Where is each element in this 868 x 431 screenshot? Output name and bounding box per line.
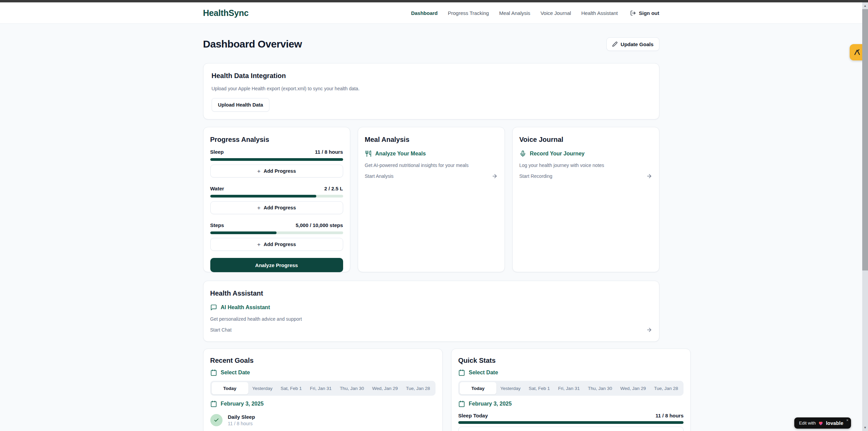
health-data-integration-card: Health Data Integration Upload your Appl… xyxy=(203,63,659,119)
recent-goals-selected-date[interactable]: February 3, 2025 xyxy=(210,400,436,407)
ai-health-assistant-label: AI Health Assistant xyxy=(221,304,270,311)
date-tab-sat-feb-1[interactable]: Sat, Feb 1 xyxy=(277,382,306,394)
analyze-your-meals-label: Analyze Your Meals xyxy=(375,151,426,157)
recent-goals-date-tabs: Today Yesterday Sat, Feb 1 Fri, Jan 31 T… xyxy=(210,381,436,396)
meal-analysis-description: Get AI-powered nutritional insights for … xyxy=(365,163,498,168)
nav-progress-tracking[interactable]: Progress Tracking xyxy=(448,10,489,16)
nav-voice-journal[interactable]: Voice Journal xyxy=(541,10,571,16)
selected-date-label: February 3, 2025 xyxy=(469,401,512,407)
recent-goals-card: Recent Goals Select Date Today Yesterday… xyxy=(203,349,443,431)
lovable-wordmark: lovable xyxy=(826,420,843,426)
meal-analysis-card: Meal Analysis Analyze Your Meals Get AI-… xyxy=(358,127,505,272)
health-assistant-description: Get personalized health advice and suppo… xyxy=(210,316,652,322)
nav-meal-analysis[interactable]: Meal Analysis xyxy=(499,10,530,16)
badge-close-icon[interactable]: × xyxy=(846,418,848,422)
progress-bar-fill xyxy=(210,231,277,234)
date-tab-today[interactable]: Today xyxy=(212,382,248,394)
date-tab-wed-jan-29[interactable]: Wed, Jan 29 xyxy=(616,382,650,394)
record-your-journey-label: Record Your Journey xyxy=(530,151,585,157)
progress-bar-track xyxy=(210,231,343,234)
add-progress-button[interactable]: + Add Progress xyxy=(210,165,343,177)
goal-item-daily-sleep: Daily Sleep 11 / 8 hours xyxy=(210,414,436,426)
quick-stats-title: Quick Stats xyxy=(458,356,684,365)
metric-label: Sleep xyxy=(210,149,224,155)
voice-journal-card: Voice Journal Record Your Journey Log yo… xyxy=(512,127,659,272)
date-tab-tue-jan-28[interactable]: Tue, Jan 28 xyxy=(402,382,434,394)
metric-steps: Steps 5,000 / 10,000 steps + Add Progres… xyxy=(210,222,343,251)
analyze-progress-button[interactable]: Analyze Progress xyxy=(210,258,343,272)
calendar-icon xyxy=(458,400,465,407)
scroll-up-arrow[interactable]: ▲ xyxy=(862,2,868,9)
start-recording-action[interactable]: Start Recording xyxy=(519,173,652,179)
health-assistant-card: Health Assistant AI Health Assistant Get… xyxy=(203,281,659,342)
edit-with-label: Edit with xyxy=(799,420,816,426)
add-progress-label: Add Progress xyxy=(264,168,296,174)
scroll-down-arrow[interactable]: ▼ xyxy=(862,424,868,431)
app-logo: HealthSync xyxy=(203,8,249,18)
update-goals-button[interactable]: Update Goals xyxy=(606,37,659,51)
date-tab-fri-jan-31[interactable]: Fri, Jan 31 xyxy=(554,382,584,394)
date-tab-wed-jan-29[interactable]: Wed, Jan 29 xyxy=(368,382,402,394)
voice-journal-title: Voice Journal xyxy=(519,135,652,144)
nav-health-assistant[interactable]: Health Assistant xyxy=(581,10,618,16)
metric-value: 11 / 8 hours xyxy=(315,149,343,155)
sign-out-label: Sign out xyxy=(639,10,659,16)
nav-dashboard[interactable]: Dashboard xyxy=(411,10,438,16)
select-date-label: Select Date xyxy=(221,370,250,376)
date-tab-tue-jan-28[interactable]: Tue, Jan 28 xyxy=(650,382,682,394)
add-progress-button[interactable]: + Add Progress xyxy=(458,427,684,431)
edit-with-lovable-badge[interactable]: Edit with lovable × xyxy=(794,417,851,429)
date-tab-sat-feb-1[interactable]: Sat, Feb 1 xyxy=(525,382,554,394)
progress-bar-track xyxy=(210,195,343,198)
health-data-title: Health Data Integration xyxy=(212,71,651,80)
health-assistant-title: Health Assistant xyxy=(210,288,652,298)
fab-logo-icon xyxy=(853,49,861,56)
date-tab-fri-jan-31[interactable]: Fri, Jan 31 xyxy=(306,382,336,394)
recent-goals-select-date[interactable]: Select Date xyxy=(210,369,436,376)
page-title: Dashboard Overview xyxy=(203,38,302,50)
recent-goals-title: Recent Goals xyxy=(210,356,436,365)
selected-date-label: February 3, 2025 xyxy=(221,401,264,407)
metric-label: Water xyxy=(210,186,224,191)
date-tab-yesterday[interactable]: Yesterday xyxy=(496,382,525,394)
start-chat-action[interactable]: Start Chat xyxy=(210,327,652,333)
progress-bar-fill xyxy=(458,421,684,424)
sign-out-button[interactable]: Sign out xyxy=(630,10,659,16)
date-tab-yesterday[interactable]: Yesterday xyxy=(248,382,277,394)
add-progress-button[interactable]: + Add Progress xyxy=(210,201,343,214)
start-analysis-label: Start Analysis xyxy=(365,173,394,179)
date-tab-today[interactable]: Today xyxy=(460,382,496,394)
add-progress-button[interactable]: + Add Progress xyxy=(210,238,343,251)
plus-icon: + xyxy=(257,205,261,211)
stat-value: 11 / 8 hours xyxy=(656,413,684,418)
ai-health-assistant-link[interactable]: AI Health Assistant xyxy=(210,304,652,311)
progress-bar-track xyxy=(210,158,343,161)
quick-stats-selected-date[interactable]: February 3, 2025 xyxy=(458,400,684,407)
page-scrollbar[interactable]: ▲ ▼ xyxy=(862,2,868,431)
utensils-icon xyxy=(365,150,372,157)
progress-analysis-title: Progress Analysis xyxy=(210,135,343,144)
calendar-icon xyxy=(458,369,465,376)
date-tab-thu-jan-30[interactable]: Thu, Jan 30 xyxy=(584,382,616,394)
calendar-icon xyxy=(210,400,217,407)
log-out-icon xyxy=(630,10,636,16)
stat-label: Sleep Today xyxy=(458,413,488,418)
analyze-your-meals-link[interactable]: Analyze Your Meals xyxy=(365,150,498,157)
upload-health-data-button[interactable]: Upload Health Data xyxy=(212,98,270,112)
record-your-journey-link[interactable]: Record Your Journey xyxy=(519,150,652,157)
start-analysis-action[interactable]: Start Analysis xyxy=(365,173,498,179)
progress-bar-track xyxy=(458,421,684,424)
metric-label: Steps xyxy=(210,222,224,228)
app-header: HealthSync Dashboard Progress Tracking M… xyxy=(0,2,862,24)
date-tab-thu-jan-30[interactable]: Thu, Jan 30 xyxy=(336,382,368,394)
progress-bar-fill xyxy=(210,195,317,198)
plus-icon: + xyxy=(257,242,261,247)
quick-stats-select-date[interactable]: Select Date xyxy=(458,369,684,376)
start-chat-label: Start Chat xyxy=(210,327,232,333)
voice-journal-description: Log your health journey with voice notes xyxy=(519,163,652,168)
progress-analysis-card: Progress Analysis Sleep 11 / 8 hours + A… xyxy=(203,127,350,272)
microphone-icon xyxy=(519,150,526,157)
metric-sleep: Sleep 11 / 8 hours + Add Progress xyxy=(210,149,343,177)
scrollbar-thumb[interactable] xyxy=(862,9,868,270)
plus-icon: + xyxy=(257,168,261,174)
